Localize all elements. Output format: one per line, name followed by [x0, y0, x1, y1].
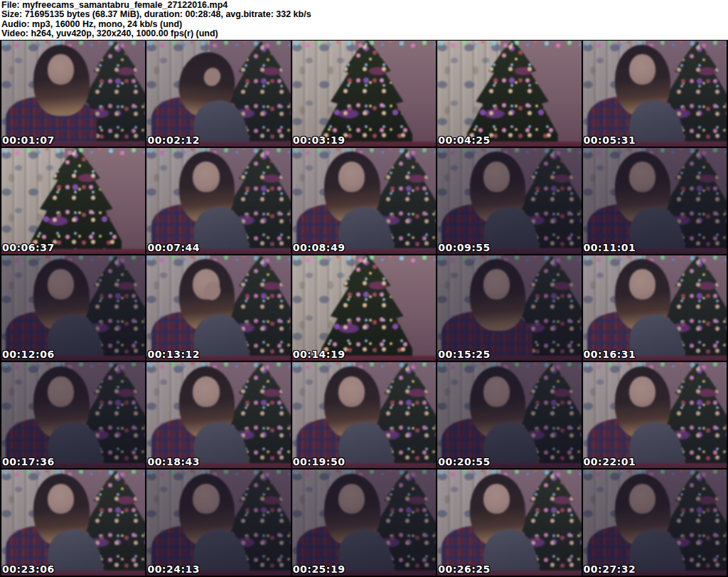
timestamp-label: 00:16:31 — [584, 349, 636, 361]
audio-info-line: Audio: mp3, 16000 Hz, mono, 24 kb/s (und… — [1, 20, 728, 29]
video-thumbnail: 00:13:12 — [146, 255, 290, 361]
video-thumbnail: 00:17:36 — [1, 362, 145, 468]
timestamp-label: 00:13:12 — [147, 349, 200, 361]
video-frame — [583, 470, 727, 576]
tint-overlay — [146, 41, 290, 147]
video-frame — [1, 41, 145, 147]
video-frame — [437, 255, 581, 361]
timestamp-label: 00:27:32 — [584, 563, 636, 576]
tint-overlay — [583, 148, 727, 254]
video-frame — [583, 362, 727, 468]
video-frame — [146, 255, 290, 361]
tint-overlay — [437, 148, 581, 254]
video-thumbnail: 00:25:19 — [292, 470, 436, 576]
video-frame — [583, 255, 727, 361]
thumbnail-grid: 00:01:07 00:02:12 — [0, 40, 728, 577]
video-frame — [437, 362, 581, 468]
metadata-header: File: myfreecams_samantabru_female_27122… — [0, 0, 728, 40]
size-info-line: Size: 71695135 bytes (68.37 MiB), durati… — [1, 10, 728, 19]
tint-overlay — [437, 362, 581, 468]
video-frame — [1, 362, 145, 468]
timestamp-label: 00:08:49 — [293, 242, 346, 254]
timestamp-label: 00:18:43 — [147, 456, 200, 468]
video-thumbnail: 00:14:19 — [292, 255, 436, 361]
timestamp-label: 00:09:55 — [438, 242, 491, 254]
video-thumbnail: 00:20:55 — [437, 362, 581, 468]
timestamp-label: 00:01:07 — [2, 134, 55, 147]
timestamp-label: 00:20:55 — [438, 456, 491, 468]
timestamp-label: 00:25:19 — [293, 563, 346, 576]
video-frame — [292, 255, 436, 361]
video-thumbnail: 00:12:06 — [1, 255, 145, 361]
timestamp-label: 00:06:37 — [2, 242, 55, 254]
timestamp-label: 00:04:25 — [438, 134, 491, 147]
tint-overlay — [1, 362, 145, 468]
video-frame — [437, 41, 581, 147]
video-frame — [1, 470, 145, 576]
tint-overlay — [437, 41, 581, 147]
video-frame — [146, 362, 290, 468]
video-frame — [583, 148, 727, 254]
timestamp-label: 00:22:01 — [584, 456, 636, 468]
video-frame — [146, 41, 290, 147]
timestamp-label: 00:12:06 — [2, 349, 55, 361]
tint-overlay — [583, 255, 727, 361]
video-frame — [292, 362, 436, 468]
tint-overlay — [146, 148, 290, 254]
tint-overlay — [292, 148, 436, 254]
file-info-line: File: myfreecams_samantabru_female_27122… — [1, 1, 728, 10]
video-thumbnail: 00:01:07 — [1, 41, 145, 147]
video-frame — [1, 148, 145, 254]
timestamp-label: 00:19:50 — [293, 456, 346, 468]
tint-overlay — [583, 41, 727, 147]
timestamp-label: 00:14:19 — [293, 349, 346, 361]
video-thumbnail: 00:11:01 — [583, 148, 727, 254]
video-thumbnail: 00:03:19 — [292, 41, 436, 147]
tint-overlay — [583, 470, 727, 576]
tint-overlay — [437, 470, 581, 576]
timestamp-label: 00:05:31 — [584, 134, 636, 147]
tint-overlay — [292, 470, 436, 576]
video-thumbnail: 00:19:50 — [292, 362, 436, 468]
tint-overlay — [583, 362, 727, 468]
video-thumbnail: 00:09:55 — [437, 148, 581, 254]
tint-overlay — [1, 148, 145, 254]
tint-overlay — [1, 255, 145, 361]
video-thumbnail: 00:04:25 — [437, 41, 581, 147]
video-thumbnail: 00:06:37 — [1, 148, 145, 254]
video-frame — [146, 470, 290, 576]
timestamp-label: 00:17:36 — [2, 456, 55, 468]
tint-overlay — [292, 362, 436, 468]
tint-overlay — [292, 41, 436, 147]
video-thumbnail: 00:24:13 — [146, 470, 290, 576]
tint-overlay — [437, 255, 581, 361]
timestamp-label: 00:11:01 — [584, 242, 636, 254]
video-thumbnail: 00:26:25 — [437, 470, 581, 576]
timestamp-label: 00:24:13 — [147, 563, 200, 576]
video-thumbnail: 00:07:44 — [146, 148, 290, 254]
video-thumbnail: 00:16:31 — [583, 255, 727, 361]
video-thumbnail: 00:08:49 — [292, 148, 436, 254]
timestamp-label: 00:07:44 — [147, 242, 200, 254]
video-frame — [292, 148, 436, 254]
timestamp-label: 00:02:12 — [147, 134, 200, 147]
video-thumbnail: 00:18:43 — [146, 362, 290, 468]
video-thumbnail: 00:23:06 — [1, 470, 145, 576]
video-frame — [1, 255, 145, 361]
video-info-line: Video: h264, yuv420p, 320x240, 1000.00 f… — [1, 29, 728, 38]
video-frame — [437, 470, 581, 576]
tint-overlay — [146, 255, 290, 361]
video-frame — [292, 470, 436, 576]
timestamp-label: 00:23:06 — [2, 563, 55, 576]
tint-overlay — [146, 362, 290, 468]
tint-overlay — [1, 470, 145, 576]
video-thumbnail: 00:27:32 — [583, 470, 727, 576]
tint-overlay — [146, 470, 290, 576]
video-thumbnail: 00:15:25 — [437, 255, 581, 361]
tint-overlay — [1, 41, 145, 147]
video-thumbnail: 00:05:31 — [583, 41, 727, 147]
video-frame — [292, 41, 436, 147]
video-frame — [146, 148, 290, 254]
timestamp-label: 00:26:25 — [438, 563, 491, 576]
video-frame — [583, 41, 727, 147]
